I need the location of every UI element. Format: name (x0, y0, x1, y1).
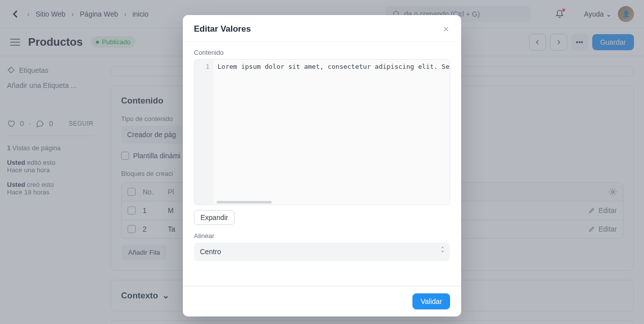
content-field-label: Contenido (194, 49, 450, 56)
close-button[interactable] (442, 25, 450, 33)
align-select[interactable]: Centro ˄˅ (194, 243, 450, 261)
edit-values-modal: Editar Valores Contenido 1 Lorem ipsum d… (183, 15, 461, 316)
modal-overlay[interactable]: Editar Valores Contenido 1 Lorem ipsum d… (0, 0, 644, 324)
validate-button[interactable]: Validar (412, 293, 450, 309)
horizontal-scrollbar[interactable] (217, 201, 272, 203)
expand-button[interactable]: Expandir (194, 210, 235, 225)
code-content: Lorem ipsum dolor sit amet, consectetur … (194, 60, 450, 73)
align-label: Alinear (194, 232, 450, 240)
close-icon (442, 25, 450, 33)
code-editor[interactable]: 1 Lorem ipsum dolor sit amet, consectetu… (194, 59, 450, 205)
line-number: 1 (194, 60, 213, 204)
modal-title: Editar Valores (194, 24, 251, 34)
select-arrows-icon: ˄˅ (441, 248, 444, 256)
